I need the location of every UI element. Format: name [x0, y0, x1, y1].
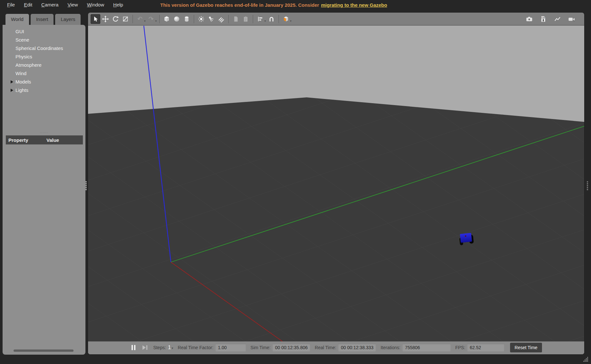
- plot-button[interactable]: [553, 14, 562, 24]
- menu-item-camera[interactable]: Camera: [37, 0, 63, 10]
- spot-light-icon: [208, 15, 215, 23]
- video-record-button[interactable]: [567, 14, 576, 24]
- redo-button[interactable]: ↷: [146, 14, 156, 24]
- directional-light-icon: [218, 15, 225, 23]
- property-column-header: Property: [6, 137, 46, 143]
- scale-icon: [122, 15, 129, 23]
- directional-light-button[interactable]: [216, 14, 226, 24]
- tab-layers[interactable]: Layers: [55, 14, 81, 25]
- cylinder-icon: [183, 15, 190, 23]
- window-resize-grip-icon[interactable]: [582, 356, 589, 362]
- real-time-field: 00 00:12:38.333: [338, 344, 376, 351]
- scale-tool-button[interactable]: [121, 14, 130, 24]
- menu-item-help[interactable]: Help: [109, 0, 128, 10]
- spot-light-button[interactable]: [206, 14, 216, 24]
- expand-arrow-icon[interactable]: [11, 80, 13, 84]
- panel-splitter-handle[interactable]: [85, 181, 87, 190]
- tree-item-wind[interactable]: Wind: [3, 69, 85, 78]
- tree-item-gui[interactable]: GUI: [3, 27, 85, 36]
- log-record-button[interactable]: LOG: [538, 14, 548, 24]
- reset-time-button[interactable]: Reset Time: [510, 343, 542, 352]
- scene-render: [88, 25, 585, 341]
- eol-migrate-link[interactable]: migrating to the new Gazebo: [321, 2, 387, 8]
- tree-item-scene[interactable]: Scene: [3, 36, 85, 44]
- insert-box-button[interactable]: [162, 14, 172, 24]
- toolbar-separator: [253, 15, 253, 23]
- property-table-header: Property Value: [6, 135, 83, 144]
- align-tool-button[interactable]: [255, 14, 265, 24]
- tree-item-physics[interactable]: Physics: [3, 53, 85, 61]
- translate-icon: [102, 15, 109, 23]
- expand-arrow-icon[interactable]: [11, 89, 13, 92]
- panel-horizontal-scrollbar[interactable]: [14, 349, 74, 352]
- rtf-label: Real Time Factor:: [178, 345, 213, 350]
- view-cube-icon: [282, 15, 290, 23]
- screenshot-button[interactable]: [524, 14, 534, 24]
- view-options-caret-icon[interactable]: [290, 17, 292, 23]
- menu-item-view[interactable]: View: [63, 0, 82, 10]
- align-options-caret-icon[interactable]: [264, 17, 266, 23]
- undo-button[interactable]: ↶: [135, 14, 145, 24]
- value-column-header: Value: [46, 137, 59, 143]
- undo-history-caret-icon[interactable]: [144, 17, 146, 23]
- svg-text:LOG: LOG: [542, 16, 545, 18]
- tree-item-lights[interactable]: Lights: [3, 86, 85, 94]
- steps-value[interactable]: 1: [168, 344, 171, 351]
- select-arrow-icon: [92, 15, 99, 23]
- copy-button[interactable]: [231, 14, 241, 24]
- menu-item-file[interactable]: File: [3, 0, 19, 10]
- tab-insert[interactable]: Insert: [30, 14, 54, 25]
- viewport-toolbar-right: LOG: [524, 14, 582, 24]
- steps-label: Steps:: [153, 345, 166, 350]
- fps-field: 62.52: [467, 344, 504, 351]
- toolbar-separator: [194, 15, 194, 23]
- screenshot-camera-icon: [526, 15, 533, 23]
- iterations-label: Iterations:: [380, 345, 400, 350]
- sim-time-field: 00 00:12:35.806: [272, 344, 310, 351]
- steps-caret-icon[interactable]: [172, 345, 173, 350]
- menu-item-window[interactable]: Window: [83, 0, 109, 10]
- render-viewport: ↶ ↷: [88, 12, 585, 355]
- pause-button[interactable]: [130, 344, 137, 351]
- tree-item-spherical-coordinates[interactable]: Spherical Coordinates: [3, 44, 85, 53]
- fps-label: FPS:: [455, 345, 465, 350]
- tree-item-atmosphere[interactable]: Atmosphere: [3, 61, 85, 69]
- tab-world[interactable]: World: [5, 14, 29, 25]
- copy-icon: [232, 15, 239, 23]
- step-button[interactable]: [141, 344, 149, 351]
- select-tool-button[interactable]: [91, 14, 100, 24]
- tree-item-label: Models: [15, 79, 31, 84]
- eol-notice-text: This version of Gazebo reaches end-of-li…: [160, 2, 319, 8]
- toolbar-separator: [279, 15, 279, 23]
- insert-sphere-button[interactable]: [172, 14, 182, 24]
- paste-button[interactable]: [241, 14, 251, 24]
- scene-canvas[interactable]: [88, 25, 584, 341]
- redo-history-caret-icon[interactable]: [155, 17, 157, 23]
- world-panel-body: GUI Scene Spherical Coordinates Physics …: [3, 25, 85, 355]
- left-panel: World Insert Layers GUI Scene Spherical …: [3, 14, 85, 355]
- rotate-icon: [112, 15, 119, 23]
- log-save-icon: LOG: [540, 15, 547, 23]
- toolbar-separator: [159, 15, 160, 23]
- translate-tool-button[interactable]: [101, 14, 110, 24]
- tree-item-label: Lights: [15, 87, 28, 93]
- tree-item-models[interactable]: Models: [3, 78, 85, 86]
- point-light-icon: [198, 15, 205, 23]
- undo-icon: ↶: [137, 16, 143, 22]
- horizontal-splitter-handle[interactable]: ······: [3, 132, 85, 134]
- sphere-icon: [173, 15, 180, 23]
- snap-magnet-icon: [268, 15, 275, 23]
- toolbar-separator: [133, 15, 133, 23]
- toolbar-separator: [228, 15, 229, 23]
- plot-line-icon: [554, 15, 561, 23]
- right-splitter-handle[interactable]: [587, 181, 589, 190]
- point-light-button[interactable]: [196, 14, 206, 24]
- real-time-label: Real Time:: [315, 345, 336, 350]
- insert-cylinder-button[interactable]: [182, 14, 192, 24]
- change-view-button[interactable]: [281, 14, 291, 24]
- rtf-field[interactable]: 1.00: [215, 344, 246, 351]
- paste-icon: [242, 15, 249, 23]
- snap-tool-button[interactable]: [267, 14, 276, 24]
- menu-item-edit[interactable]: Edit: [19, 0, 37, 10]
- rotate-tool-button[interactable]: [111, 14, 120, 24]
